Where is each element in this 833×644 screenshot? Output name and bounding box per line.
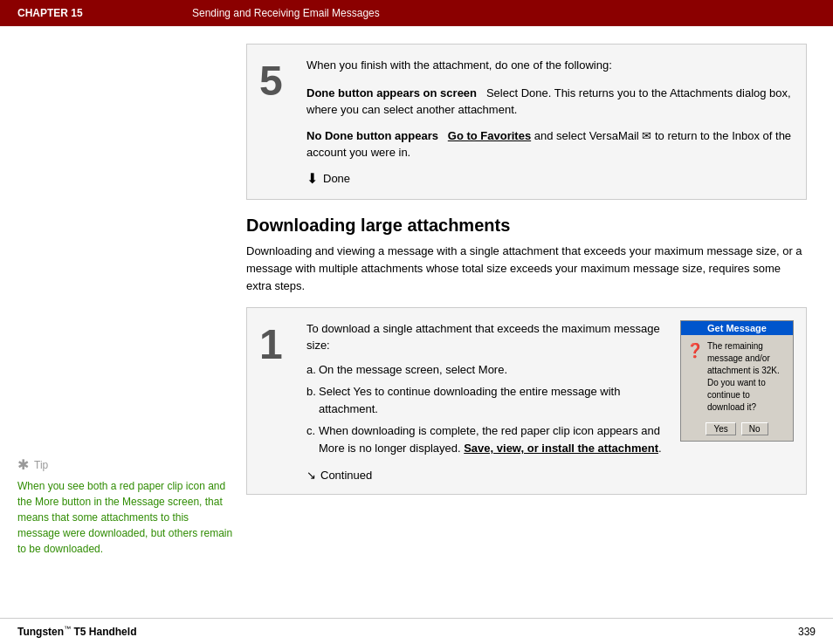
continued-arrow-icon: ↘: [306, 469, 316, 482]
footer-page: 339: [798, 626, 816, 638]
save-link[interactable]: Save, view, or install the attachment: [464, 442, 658, 455]
go-to-favorites-link[interactable]: Go to Favorites: [448, 129, 531, 142]
tip-label: Tip: [34, 459, 48, 471]
dialog-titlebar: Get Message: [681, 321, 793, 335]
list-label-c: c.: [306, 422, 315, 440]
step1-intro: To download a single attachment that exc…: [306, 320, 670, 354]
step1-number: 1: [259, 320, 294, 483]
brand-name: Tungsten: [17, 626, 64, 638]
list-item-c-text: When downloading is complete, the red pa…: [319, 424, 662, 455]
tip-asterisk-icon: ✱: [17, 456, 29, 473]
page-header: CHAPTER 15 Sending and Receiving Email M…: [0, 0, 833, 26]
tip-header: ✱ Tip: [17, 456, 233, 473]
tip-section: ✱ Tip When you see both a red paper clip…: [17, 456, 233, 592]
tip-text: When you see both a red paper clip icon …: [17, 478, 233, 557]
page-title: Sending and Receiving Email Messages: [192, 7, 380, 19]
step5-number: 5: [259, 57, 294, 187]
dialog-text: The remaining message and/or attachment …: [707, 340, 788, 414]
step1-box: 1 To download a single attachment that e…: [246, 307, 807, 496]
step5-item2: No Done button appears Go to Favorites a…: [306, 127, 794, 161]
dialog-yes-button[interactable]: Yes: [706, 422, 735, 435]
step5-box: 5 When you finish with the attachment, d…: [246, 44, 807, 200]
step1-content: To download a single attachment that exc…: [306, 320, 794, 483]
get-message-dialog: Get Message ❓ The remaining message and/…: [680, 320, 794, 442]
section-intro: Downloading and viewing a message with a…: [246, 243, 807, 295]
step5-content: When you finish with the attachment, do …: [306, 57, 794, 187]
step5-intro: When you finish with the attachment, do …: [306, 57, 794, 74]
list-item-a-text: On the message screen, select More.: [319, 363, 507, 376]
dialog-no-button[interactable]: No: [741, 422, 768, 435]
chapter-label: CHAPTER 15: [17, 7, 192, 19]
step5-item2-text: and select VersaMail: [534, 129, 643, 142]
brand-model: T5 Handheld: [73, 626, 136, 638]
done-row: ⬇ Done: [306, 170, 794, 187]
step1-body: To download a single attachment that exc…: [306, 320, 794, 462]
step1-right: Get Message ❓ The remaining message and/…: [680, 320, 794, 462]
done-arrow-icon: ⬇: [306, 170, 318, 187]
step1-list: a. On the message screen, select More. b…: [306, 361, 670, 457]
step5-item2-label: No Done button appears: [306, 129, 438, 142]
step5-item1-label: Done button appears on screen: [306, 86, 477, 99]
list-item: c. When downloading is complete, the red…: [306, 422, 670, 456]
dialog-body: ❓ The remaining message and/or attachmen…: [681, 335, 793, 419]
versaMail-icon: ✉: [642, 129, 651, 142]
done-label: Done: [323, 172, 350, 185]
step5-item1: Done button appears on screen Select Don…: [306, 85, 794, 119]
continued-row: ↘ Continued: [306, 469, 794, 482]
dialog-buttons: Yes No: [681, 419, 793, 441]
list-item: a. On the message screen, select More.: [306, 361, 670, 379]
page-footer: Tungsten™ T5 Handheld 339: [0, 618, 833, 644]
dialog-question-icon: ❓: [686, 342, 704, 359]
sidebar: ✱ Tip When you see both a red paper clip…: [0, 35, 246, 609]
list-item: b. Select Yes to continue downloading th…: [306, 383, 670, 417]
main-content: ✱ Tip When you see both a red paper clip…: [0, 26, 833, 618]
list-label-a: a.: [306, 361, 316, 379]
section-heading: Downloading large attachments: [246, 216, 807, 236]
continued-label: Continued: [320, 469, 372, 482]
content-area: 5 When you finish with the attachment, d…: [246, 35, 833, 609]
step1-left: To download a single attachment that exc…: [306, 320, 670, 462]
list-item-b-text: Select Yes to continue downloading the e…: [319, 385, 620, 415]
list-label-b: b.: [306, 383, 316, 401]
footer-brand: Tungsten™ T5 Handheld: [17, 625, 136, 638]
trademark-symbol: ™: [64, 625, 71, 633]
